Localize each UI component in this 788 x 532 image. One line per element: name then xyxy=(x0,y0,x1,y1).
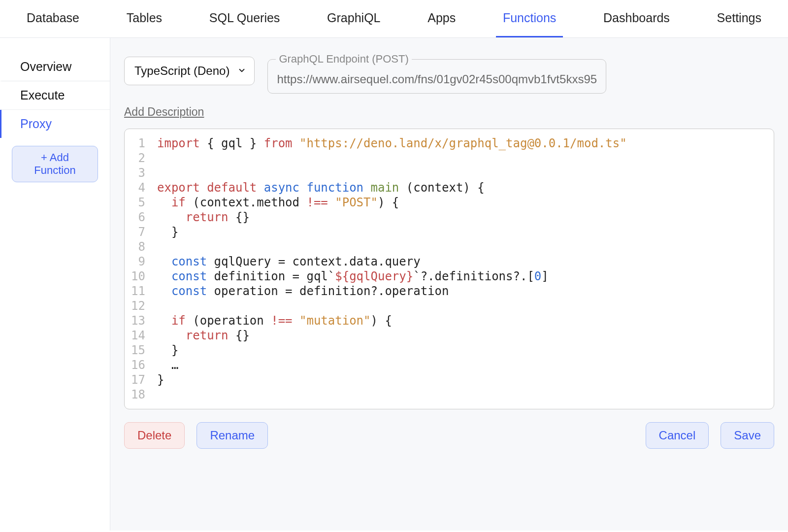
code-line[interactable]: 4export default async function main (con… xyxy=(125,180,774,195)
nav-tab-apps[interactable]: Apps xyxy=(421,0,462,37)
code-line[interactable]: 7 } xyxy=(125,225,774,239)
line-number: 13 xyxy=(125,313,157,328)
endpoint-field: GraphQL Endpoint (POST) https://www.airs… xyxy=(267,53,606,94)
line-number: 15 xyxy=(125,343,157,358)
line-number: 8 xyxy=(125,239,157,254)
endpoint-value[interactable]: https://www.airsequel.com/fns/01gv02r45s… xyxy=(277,72,597,86)
code-content[interactable] xyxy=(157,299,774,313)
code-line[interactable]: 6 return {} xyxy=(125,210,774,225)
line-number: 1 xyxy=(125,136,157,151)
nav-tab-graphiql[interactable]: GraphiQL xyxy=(320,0,387,37)
line-number: 9 xyxy=(125,254,157,269)
code-content[interactable]: } xyxy=(157,372,774,387)
line-number: 2 xyxy=(125,151,157,166)
code-line[interactable]: 13 if (operation !== "mutation") { xyxy=(125,313,774,328)
code-content[interactable]: … xyxy=(157,358,774,372)
code-line[interactable]: 11 const operation = definition?.operati… xyxy=(125,284,774,299)
language-select-value: TypeScript (Deno) xyxy=(134,64,230,78)
line-number: 7 xyxy=(125,225,157,239)
nav-tab-tables[interactable]: Tables xyxy=(120,0,169,37)
line-number: 12 xyxy=(125,299,157,313)
language-select[interactable]: TypeScript (Deno) xyxy=(124,57,255,85)
cancel-button[interactable]: Cancel xyxy=(646,422,709,449)
line-number: 4 xyxy=(125,180,157,195)
nav-tab-settings[interactable]: Settings xyxy=(710,0,768,37)
code-content[interactable]: } xyxy=(157,225,774,239)
code-content[interactable]: return {} xyxy=(157,210,774,225)
code-content[interactable]: import { gql } from "https://deno.land/x… xyxy=(157,136,774,151)
code-content[interactable]: const gqlQuery = context.data.query xyxy=(157,254,774,269)
line-number: 6 xyxy=(125,210,157,225)
code-line[interactable]: 3 xyxy=(125,166,774,180)
add-description-link[interactable]: Add Description xyxy=(124,105,204,119)
code-content[interactable]: if (context.method !== "POST") { xyxy=(157,195,774,210)
line-number: 17 xyxy=(125,372,157,387)
chevron-down-icon xyxy=(237,64,246,78)
line-number: 18 xyxy=(125,387,157,402)
save-button[interactable]: Save xyxy=(721,422,774,449)
code-line[interactable]: 10 const definition = gql`${gqlQuery}`?.… xyxy=(125,269,774,284)
code-line[interactable]: 15 } xyxy=(125,343,774,358)
code-line[interactable]: 16 … xyxy=(125,358,774,372)
code-content[interactable]: const operation = definition?.operation xyxy=(157,284,774,299)
bottom-actions: Delete Rename Cancel Save xyxy=(124,422,774,449)
sidebar-item-proxy[interactable]: Proxy xyxy=(0,110,110,138)
code-content[interactable] xyxy=(157,239,774,254)
line-number: 16 xyxy=(125,358,157,372)
code-line[interactable]: 5 if (context.method !== "POST") { xyxy=(125,195,774,210)
main-content: TypeScript (Deno) GraphQL Endpoint (POST… xyxy=(110,38,788,531)
code-content[interactable]: if (operation !== "mutation") { xyxy=(157,313,774,328)
code-line[interactable]: 2 xyxy=(125,151,774,166)
sidebar: OverviewExecuteProxy + Add Function xyxy=(0,38,110,531)
code-content[interactable] xyxy=(157,387,774,402)
code-line[interactable]: 18 xyxy=(125,387,774,402)
line-number: 14 xyxy=(125,328,157,343)
code-content[interactable] xyxy=(157,166,774,180)
code-editor[interactable]: 1import { gql } from "https://deno.land/… xyxy=(124,129,774,409)
code-content[interactable]: } xyxy=(157,343,774,358)
line-number: 5 xyxy=(125,195,157,210)
code-line[interactable]: 8 xyxy=(125,239,774,254)
sidebar-item-execute[interactable]: Execute xyxy=(0,81,110,110)
code-line[interactable]: 12 xyxy=(125,299,774,313)
code-line[interactable]: 17} xyxy=(125,372,774,387)
code-content[interactable]: export default async function main (cont… xyxy=(157,180,774,195)
code-line[interactable]: 14 return {} xyxy=(125,328,774,343)
code-content[interactable] xyxy=(157,151,774,166)
top-nav: DatabaseTablesSQL QueriesGraphiQLAppsFun… xyxy=(0,0,788,38)
nav-tab-database[interactable]: Database xyxy=(20,0,86,37)
code-content[interactable]: return {} xyxy=(157,328,774,343)
line-number: 3 xyxy=(125,166,157,180)
sidebar-item-overview[interactable]: Overview xyxy=(0,53,110,81)
code-content[interactable]: const definition = gql`${gqlQuery}`?.def… xyxy=(157,269,774,284)
line-number: 10 xyxy=(125,269,157,284)
nav-tab-functions[interactable]: Functions xyxy=(496,0,563,37)
delete-button[interactable]: Delete xyxy=(124,422,185,449)
code-line[interactable]: 1import { gql } from "https://deno.land/… xyxy=(125,136,774,151)
line-number: 11 xyxy=(125,284,157,299)
nav-tab-dashboards[interactable]: Dashboards xyxy=(596,0,677,37)
add-function-button[interactable]: + Add Function xyxy=(12,146,98,182)
code-line[interactable]: 9 const gqlQuery = context.data.query xyxy=(125,254,774,269)
nav-tab-sql-queries[interactable]: SQL Queries xyxy=(202,0,287,37)
endpoint-legend: GraphQL Endpoint (POST) xyxy=(276,53,411,66)
rename-button[interactable]: Rename xyxy=(197,422,268,449)
